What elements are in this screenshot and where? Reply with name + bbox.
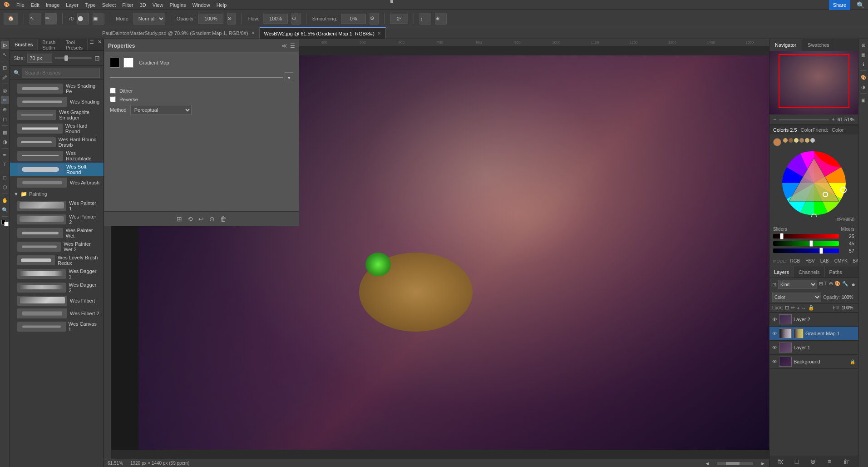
- status-scroll-thumb[interactable]: [726, 462, 740, 465]
- slider-g-track[interactable]: [773, 241, 839, 246]
- prop-footer-new[interactable]: ⊞: [177, 215, 182, 223]
- properties-menu-btn[interactable]: ☰: [290, 43, 295, 49]
- search-icon[interactable]: 🔍: [857, 1, 864, 9]
- status-scrollbar-h[interactable]: [717, 462, 753, 465]
- brush-item-wes-hard-round[interactable]: Wes Hard Round: [10, 122, 104, 135]
- brush-preset-btn[interactable]: ⬤: [77, 13, 89, 25]
- angle-input[interactable]: [390, 14, 408, 24]
- brush-item-wes-painter1[interactable]: Wes Painter 1: [10, 199, 104, 213]
- tool-brush[interactable]: ✏: [45, 13, 57, 25]
- filter-icon-4[interactable]: 🎨: [834, 281, 841, 288]
- lock-transparent[interactable]: ⊡: [785, 305, 789, 311]
- brush-item-wes-filbert[interactable]: Wes Filbert: [10, 294, 104, 307]
- color-tab-color[interactable]: Color: [832, 127, 843, 133]
- layer-item-gradient-map[interactable]: 👁 Gradient Map 1: [769, 327, 858, 341]
- tool-select[interactable]: ▷: [1, 41, 9, 49]
- tool-dodge[interactable]: ◑: [1, 138, 9, 146]
- brush-item-wes-filbert2[interactable]: Wes Filbert 2: [10, 307, 104, 320]
- right-icon-info[interactable]: ℹ: [859, 60, 868, 68]
- mode-bw[interactable]: B/W: [851, 258, 858, 264]
- layers-kind-select[interactable]: Kind: [778, 280, 817, 289]
- lock-all[interactable]: 🔒: [808, 305, 814, 311]
- lock-artboard[interactable]: +: [797, 305, 799, 311]
- tab-navigator[interactable]: Navigator: [769, 39, 802, 51]
- tool-type[interactable]: T: [1, 160, 9, 169]
- gradient-map-visibility[interactable]: 👁: [772, 331, 777, 336]
- gradient-swatch-white[interactable]: [123, 58, 133, 68]
- menu-view[interactable]: View: [153, 2, 163, 8]
- layers-footer-add[interactable]: ⊕: [810, 458, 816, 465]
- brush-options-btn[interactable]: ▣: [93, 13, 104, 25]
- lock-image[interactable]: ✏: [791, 305, 795, 311]
- tab-swatches[interactable]: Swatches: [802, 39, 835, 51]
- brush-item-wes-canvas1[interactable]: Wes Canvas 1: [10, 320, 104, 333]
- tool-zoom[interactable]: 🔍: [1, 206, 9, 214]
- gradient-swatch-black[interactable]: [110, 58, 120, 68]
- mode-rgb[interactable]: RGB: [789, 258, 802, 264]
- right-icon-layers[interactable]: ▣: [859, 96, 868, 104]
- nav-zoom-slider[interactable]: [779, 119, 829, 120]
- brush-item-wes-lovely[interactable]: Wes Lovely Brush Redux: [10, 253, 104, 267]
- menu-type[interactable]: Type: [85, 2, 96, 8]
- home-button[interactable]: 🏠: [4, 13, 18, 25]
- smoothing-input[interactable]: [341, 14, 366, 24]
- pressure-btn[interactable]: ↕: [419, 13, 431, 25]
- menu-help[interactable]: Help: [217, 2, 227, 8]
- reverse-checkbox[interactable]: [110, 96, 116, 102]
- lock-position[interactable]: ↔: [801, 305, 806, 311]
- tab-0[interactable]: PaulDaintonMasterStudy.psd @ 70.9% (Grad…: [98, 27, 260, 39]
- brush-item-wes-painter2[interactable]: Wes Painter 2: [10, 213, 104, 226]
- menu-file[interactable]: File: [16, 2, 25, 8]
- brush-item-wes-shading-pe[interactable]: Wes Shading Pe: [10, 82, 104, 95]
- brush-item-wes-soft-round[interactable]: Wes Soft Round: [10, 163, 104, 176]
- status-scroll-right[interactable]: ►: [760, 461, 765, 466]
- tool-eyedropper[interactable]: 🖉: [1, 73, 9, 81]
- color-swatch-active[interactable]: [773, 138, 781, 146]
- tab-1-close[interactable]: ✕: [377, 31, 381, 36]
- fill-value[interactable]: 100%: [842, 305, 855, 310]
- tab-0-close[interactable]: ✕: [251, 30, 255, 35]
- method-select[interactable]: Perceptual Saturation Relative Colorimet…: [130, 105, 192, 115]
- symmetry-btn[interactable]: ⊞: [435, 13, 447, 25]
- mini-swatch-1[interactable]: [783, 138, 788, 143]
- properties-collapse-btn[interactable]: ≪: [281, 43, 287, 49]
- layers-footer-group[interactable]: ≡: [828, 458, 831, 465]
- mode-hsv[interactable]: HSV: [804, 258, 817, 264]
- tool-eraser[interactable]: ◻: [1, 115, 9, 123]
- tool-crop[interactable]: ⊡: [1, 64, 9, 72]
- layers-tab-layers[interactable]: Layers: [769, 266, 794, 278]
- brushes-tab-brushes[interactable]: Brushes: [10, 39, 38, 50]
- tool-3d[interactable]: ⬡: [1, 183, 9, 191]
- brush-size-extra[interactable]: ⊡: [94, 55, 100, 62]
- mini-swatch-2[interactable]: [789, 138, 793, 143]
- bg-visibility[interactable]: 👁: [772, 359, 777, 364]
- fg-bg-colors[interactable]: [1, 220, 9, 226]
- nav-zoom-in[interactable]: +: [832, 116, 835, 123]
- brush-item-wes-dagger1[interactable]: Wes Dagger 1: [10, 267, 104, 281]
- right-icon-adjust[interactable]: ◑: [859, 83, 868, 91]
- menu-edit[interactable]: Edit: [31, 2, 39, 8]
- color-tab-friend[interactable]: ColorFriend:: [801, 127, 829, 133]
- brush-item-wes-painter-wet2[interactable]: Wes Painter Wet 2: [10, 240, 104, 253]
- brush-item-wes-airbrush[interactable]: Wes Airbrush: [10, 176, 104, 189]
- tool-clone[interactable]: ⊕: [1, 105, 9, 114]
- right-icon-histogram[interactable]: ▦: [859, 50, 868, 59]
- opacity-value[interactable]: 100%: [842, 295, 855, 300]
- blend-mode-select[interactable]: Color Normal Multiply: [772, 293, 821, 302]
- mode-cmyk[interactable]: CMYK: [833, 258, 849, 264]
- layer-2-visibility[interactable]: 👁: [772, 317, 777, 322]
- brush-item-wes-painter-wet[interactable]: Wes Painter Wet: [10, 226, 104, 240]
- gradient-dropdown[interactable]: ▾: [285, 72, 293, 83]
- right-icon-coloris[interactable]: 🎨: [859, 73, 868, 81]
- brushes-tab-presets[interactable]: Tool Presets: [61, 39, 88, 50]
- tool-pen[interactable]: ✒: [1, 151, 9, 159]
- share-button[interactable]: Share: [829, 0, 850, 11]
- layers-footer-mask[interactable]: □: [795, 458, 799, 465]
- brush-item-wes-hard-round-draw[interactable]: Wes Hard Round Drawb: [10, 135, 104, 149]
- brushes-panel-close[interactable]: ✕: [96, 39, 104, 50]
- filter-icon-3[interactable]: ⊕: [829, 281, 833, 288]
- brush-item-wes-dagger2[interactable]: Wes Dagger 2: [10, 281, 104, 294]
- brush-size-slider[interactable]: [55, 57, 92, 59]
- mode-lab[interactable]: LAB: [819, 258, 831, 264]
- brushes-panel-menu[interactable]: ☰: [88, 39, 96, 50]
